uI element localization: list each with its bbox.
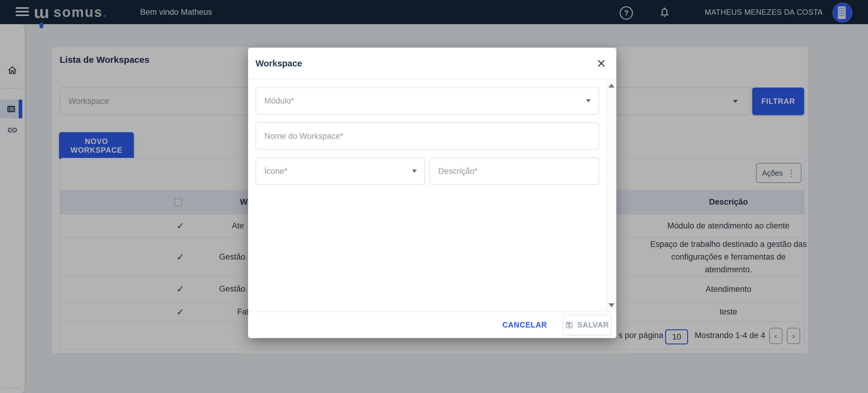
modal-header: Workspace: [248, 48, 616, 79]
nome-workspace-input[interactable]: Nome do Workspace*: [255, 122, 599, 150]
descricao-placeholder: Descrição*: [430, 167, 478, 176]
salvar-label: SALVAR: [577, 320, 609, 329]
modal-title: Workspace: [255, 48, 302, 79]
close-icon[interactable]: [595, 57, 608, 70]
chevron-down-icon: [586, 99, 591, 102]
scroll-up-icon[interactable]: [609, 84, 615, 87]
descricao-input[interactable]: Descrição*: [430, 158, 599, 185]
save-icon: [565, 321, 574, 329]
icone-select[interactable]: Ícone*: [255, 158, 425, 185]
chevron-down-icon: [412, 170, 417, 173]
modulo-select[interactable]: Módulo*: [255, 87, 599, 115]
modal-scrollbar[interactable]: [607, 79, 616, 311]
scroll-down-icon[interactable]: [609, 303, 615, 307]
nome-placeholder: Nome do Workspace*: [256, 132, 343, 141]
icone-placeholder: Ícone*: [256, 167, 287, 176]
app-screen: ɯ somus . Bem vindo Matheus ? MATHEUS ME…: [0, 0, 868, 393]
modulo-placeholder: Módulo*: [256, 96, 294, 106]
workspace-modal: Workspace Módulo* Nome do Workspace* Íco…: [248, 48, 616, 338]
salvar-button[interactable]: SALVAR: [563, 315, 612, 335]
cancelar-button[interactable]: CANCELAR: [501, 320, 549, 330]
modal-footer: CANCELAR SALVAR: [248, 311, 616, 338]
